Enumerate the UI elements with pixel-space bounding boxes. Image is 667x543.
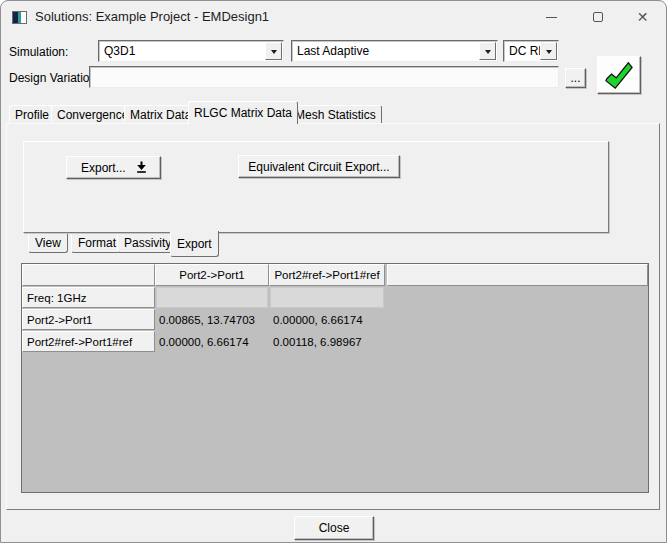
grid-column-header: Port2->Port1: [155, 264, 269, 286]
grid-cell-value: 0.00000, 6.66174: [269, 309, 385, 330]
check-icon: [604, 60, 634, 90]
minimize-icon: [546, 17, 557, 18]
matrix-type-combobox-dropdown-button[interactable]: [540, 42, 557, 60]
maximize-icon: [593, 12, 603, 22]
grid-cell-empty: [270, 287, 384, 308]
tab-profile[interactable]: Profile: [9, 105, 55, 123]
matrix-type-combobox[interactable]: DC RL: [503, 40, 559, 62]
tab-mesh-statistics[interactable]: Mesh Statistics: [289, 105, 382, 123]
chevron-down-icon: [485, 50, 491, 57]
export-button[interactable]: Export...: [66, 156, 161, 179]
grid-cell-value: 0.00118, 6.98967: [269, 331, 385, 352]
chevron-down-icon: [271, 50, 277, 57]
solutions-dialog: Solutions: Example Project - EMDesign1 ✕…: [0, 0, 667, 543]
subtab-view[interactable]: View: [28, 234, 68, 253]
subtab-export[interactable]: Export: [170, 231, 219, 257]
grid-header-filler: [387, 264, 648, 286]
window-title: Solutions: Example Project - EMDesign1: [35, 9, 269, 24]
simulation-combobox-dropdown-button[interactable]: [265, 42, 282, 60]
solution-combobox[interactable]: Last Adaptive: [291, 40, 498, 62]
design-variation-label: Design Variation:: [9, 71, 100, 85]
tab-matrix-data[interactable]: Matrix Data: [124, 105, 197, 123]
tab-convergence[interactable]: Convergence: [51, 105, 134, 123]
export-button-label: Export...: [81, 161, 126, 175]
equivalent-circuit-export-button[interactable]: Equivalent Circuit Export...: [238, 155, 400, 178]
grid-cell-value: 0.00865, 13.74703: [155, 309, 269, 330]
close-button[interactable]: ✕: [620, 2, 665, 32]
subtab-format[interactable]: Format: [71, 234, 123, 253]
grid-cell-value: 0.00000, 6.66174: [155, 331, 269, 352]
tab-rlgc-matrix-data[interactable]: RLGC Matrix Data: [188, 101, 298, 124]
download-arrow-icon: [135, 161, 148, 174]
simulation-combobox[interactable]: Q3D1: [98, 40, 284, 62]
grid-corner-header: [22, 264, 155, 286]
close-icon: ✕: [637, 10, 649, 24]
simulation-label: Simulation:: [9, 45, 68, 59]
rlgc-matrix-grid[interactable]: Port2->Port1 Port2#ref->Port1#ref Freq: …: [21, 263, 649, 493]
grid-column-header: Port2#ref->Port1#ref: [269, 264, 385, 286]
solution-combobox-value: Last Adaptive: [297, 44, 369, 58]
grid-row-header: Port2->Port1: [22, 309, 155, 330]
grid-row-header: Freq: 1GHz: [22, 287, 155, 308]
solution-combobox-dropdown-button[interactable]: [479, 42, 496, 60]
close-dialog-button[interactable]: Close: [294, 516, 374, 540]
minimize-button[interactable]: [529, 2, 574, 32]
validate-button[interactable]: [597, 56, 641, 94]
browse-button[interactable]: ...: [565, 68, 586, 88]
maximize-button[interactable]: [575, 2, 620, 32]
grid-cell-empty: [156, 287, 268, 308]
app-icon: [12, 11, 27, 24]
simulation-combobox-value: Q3D1: [104, 44, 135, 58]
title-bar: Solutions: Example Project - EMDesign1 ✕: [1, 1, 666, 33]
grid-row-header: Port2#ref->Port1#ref: [22, 331, 155, 352]
chevron-down-icon: [546, 50, 552, 57]
design-variation-input[interactable]: [89, 66, 559, 88]
